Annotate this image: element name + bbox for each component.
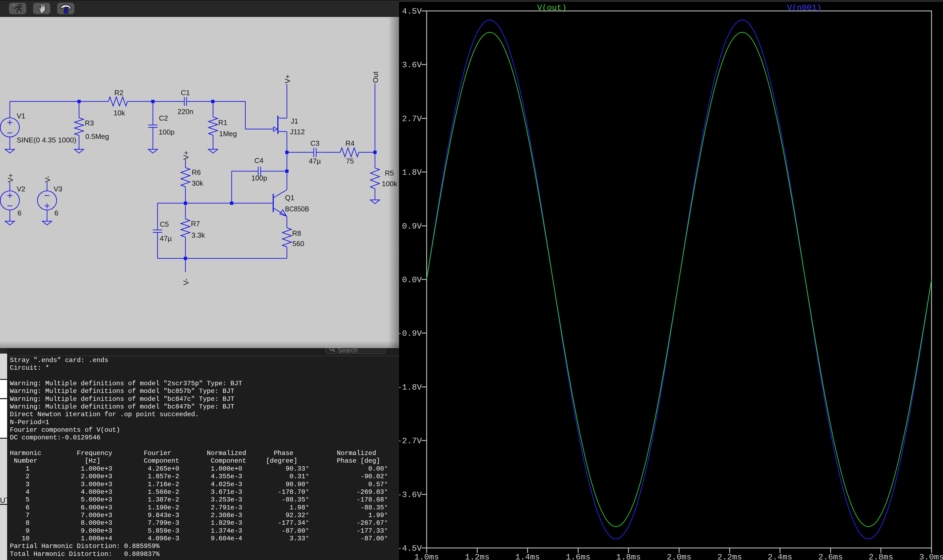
svg-text:2.2ms: 2.2ms bbox=[717, 552, 742, 560]
svg-text:220n: 220n bbox=[177, 108, 193, 116]
svg-text:1Meg: 1Meg bbox=[219, 129, 237, 138]
svg-text:R4: R4 bbox=[345, 139, 354, 148]
svg-text:47µ: 47µ bbox=[309, 157, 321, 165]
svg-text:4.5V: 4.5V bbox=[402, 7, 422, 16]
svg-text:3.3k: 3.3k bbox=[191, 231, 205, 239]
svg-text:2.7V: 2.7V bbox=[402, 114, 422, 124]
svg-text:-2.7V: -2.7V bbox=[399, 436, 422, 446]
svg-text:2.6ms: 2.6ms bbox=[818, 552, 843, 560]
svg-text:J1: J1 bbox=[291, 117, 298, 125]
svg-text:R8: R8 bbox=[292, 229, 301, 237]
svg-text:10k: 10k bbox=[114, 109, 125, 117]
svg-text:C5: C5 bbox=[160, 220, 169, 228]
svg-text:V+: V+ bbox=[283, 74, 292, 83]
svg-text:75: 75 bbox=[346, 157, 354, 165]
svg-text:R7: R7 bbox=[191, 220, 200, 228]
svg-text:V1: V1 bbox=[17, 112, 25, 120]
svg-text:V-: V- bbox=[182, 278, 190, 285]
svg-text:1.8V: 1.8V bbox=[402, 168, 422, 177]
svg-text:J112: J112 bbox=[290, 128, 305, 136]
svg-text:560: 560 bbox=[292, 240, 304, 248]
svg-text:100p: 100p bbox=[158, 128, 174, 136]
svg-text:1.8ms: 1.8ms bbox=[616, 552, 641, 560]
svg-text:-3.6V: -3.6V bbox=[399, 490, 422, 500]
svg-text:R6: R6 bbox=[192, 168, 201, 176]
svg-text:V2: V2 bbox=[17, 185, 25, 193]
svg-text:-0.9V: -0.9V bbox=[399, 329, 422, 338]
svg-text:Out: Out bbox=[371, 71, 380, 83]
svg-text:1.2ms: 1.2ms bbox=[465, 552, 489, 560]
svg-text:C1: C1 bbox=[181, 89, 190, 97]
svg-text:6: 6 bbox=[54, 209, 58, 217]
svg-text:2.4ms: 2.4ms bbox=[768, 552, 792, 560]
svg-text:-1.8V: -1.8V bbox=[399, 383, 422, 392]
svg-text:0.5Meg: 0.5Meg bbox=[85, 132, 109, 140]
svg-text:3.0ms: 3.0ms bbox=[919, 552, 943, 560]
svg-text:C3: C3 bbox=[311, 139, 320, 148]
svg-text:C4: C4 bbox=[254, 156, 263, 165]
svg-text:-4.5V: -4.5V bbox=[399, 544, 422, 553]
svg-text:V-: V- bbox=[43, 175, 52, 182]
svg-text:2.0ms: 2.0ms bbox=[667, 552, 691, 560]
svg-text:V(n001): V(n001) bbox=[787, 3, 821, 12]
svg-text:V3: V3 bbox=[54, 185, 62, 193]
svg-text:R1: R1 bbox=[218, 118, 227, 126]
svg-text:C2: C2 bbox=[159, 114, 168, 122]
svg-text:47µ: 47µ bbox=[160, 234, 172, 243]
svg-text:BC850B: BC850B bbox=[285, 205, 309, 213]
svg-text:2.8ms: 2.8ms bbox=[869, 552, 893, 560]
svg-text:3.6V: 3.6V bbox=[402, 60, 422, 70]
svg-text:1.6ms: 1.6ms bbox=[566, 552, 591, 560]
svg-text:100p: 100p bbox=[251, 174, 267, 182]
svg-text:0.9V: 0.9V bbox=[402, 222, 422, 231]
svg-text:V+: V+ bbox=[182, 151, 190, 160]
svg-text:SINE(0 4.35 1000): SINE(0 4.35 1000) bbox=[17, 136, 76, 144]
svg-text:6: 6 bbox=[17, 209, 22, 217]
svg-text:R2: R2 bbox=[114, 89, 123, 97]
svg-text:R3: R3 bbox=[85, 119, 94, 127]
svg-text:30k: 30k bbox=[192, 179, 203, 187]
svg-text:V+: V+ bbox=[6, 173, 14, 182]
svg-text:Q1: Q1 bbox=[285, 194, 295, 202]
svg-text:1.4ms: 1.4ms bbox=[515, 552, 540, 560]
svg-text:1.0ms: 1.0ms bbox=[414, 552, 439, 560]
svg-text:0.0V: 0.0V bbox=[402, 275, 422, 285]
svg-text:V(out): V(out) bbox=[537, 3, 567, 12]
